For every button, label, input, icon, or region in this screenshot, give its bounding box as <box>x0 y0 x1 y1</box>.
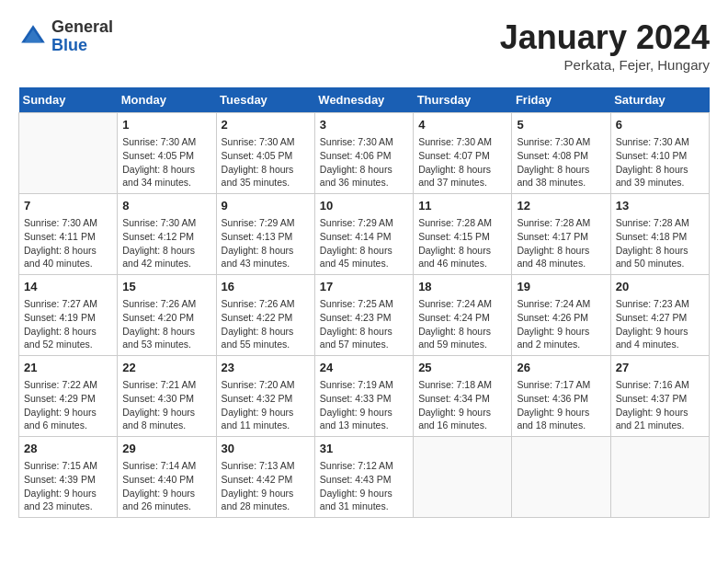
calendar-cell: 19Sunrise: 7:24 AMSunset: 4:26 PMDayligh… <box>512 275 610 356</box>
week-row-1: 1Sunrise: 7:30 AMSunset: 4:05 PMDaylight… <box>19 113 710 194</box>
cell-info: Sunrise: 7:30 AMSunset: 4:05 PMDaylight:… <box>122 135 210 190</box>
daylight-minutes-text: and 40 minutes. <box>24 257 112 270</box>
sunrise-text: Sunrise: 7:23 AM <box>616 297 704 311</box>
day-header-thursday: Thursday <box>414 87 512 113</box>
sunset-text: Sunset: 4:27 PM <box>616 311 704 325</box>
sunrise-text: Sunrise: 7:18 AM <box>418 378 506 392</box>
page-header: General Blue January 2024 Perkata, Fejer… <box>18 18 710 73</box>
daylight-minutes-text: and 18 minutes. <box>517 419 605 432</box>
sunrise-text: Sunrise: 7:28 AM <box>517 216 605 230</box>
sunset-text: Sunset: 4:23 PM <box>320 311 408 325</box>
sunset-text: Sunset: 4:33 PM <box>320 392 408 406</box>
sunrise-text: Sunrise: 7:30 AM <box>320 135 408 149</box>
daylight-text: Daylight: 8 hours <box>24 325 112 339</box>
sunset-text: Sunset: 4:13 PM <box>222 230 310 244</box>
sunrise-text: Sunrise: 7:28 AM <box>616 216 704 230</box>
calendar-cell: 6Sunrise: 7:30 AMSunset: 4:10 PMDaylight… <box>610 113 709 194</box>
daylight-minutes-text: and 35 minutes. <box>222 176 310 190</box>
daylight-text: Daylight: 8 hours <box>24 244 112 258</box>
daylight-text: Daylight: 9 hours <box>517 325 605 339</box>
sunset-text: Sunset: 4:26 PM <box>517 311 605 325</box>
cell-info: Sunrise: 7:14 AMSunset: 4:40 PMDaylight:… <box>122 459 210 513</box>
date-number: 22 <box>122 360 210 376</box>
sunset-text: Sunset: 4:42 PM <box>222 473 310 487</box>
calendar-cell: 1Sunrise: 7:30 AMSunset: 4:05 PMDaylight… <box>118 113 216 194</box>
sunset-text: Sunset: 4:22 PM <box>222 311 310 325</box>
day-header-saturday: Saturday <box>610 87 709 113</box>
sunrise-text: Sunrise: 7:30 AM <box>122 216 210 230</box>
sunrise-text: Sunrise: 7:30 AM <box>418 135 506 149</box>
sunset-text: Sunset: 4:12 PM <box>122 230 210 244</box>
sunset-text: Sunset: 4:19 PM <box>24 311 112 325</box>
cell-info: Sunrise: 7:18 AMSunset: 4:34 PMDaylight:… <box>418 378 506 432</box>
date-number: 28 <box>24 441 112 457</box>
calendar-cell: 18Sunrise: 7:24 AMSunset: 4:24 PMDayligh… <box>414 275 512 356</box>
date-number: 12 <box>517 198 605 214</box>
daylight-minutes-text: and 36 minutes. <box>320 176 408 190</box>
sunrise-text: Sunrise: 7:28 AM <box>418 216 506 230</box>
calendar-cell: 21Sunrise: 7:22 AMSunset: 4:29 PMDayligh… <box>19 356 118 437</box>
date-number: 6 <box>616 117 704 133</box>
daylight-text: Daylight: 8 hours <box>320 325 408 339</box>
calendar-cell: 5Sunrise: 7:30 AMSunset: 4:08 PMDaylight… <box>512 113 610 194</box>
date-number: 5 <box>517 117 605 133</box>
calendar-cell <box>19 113 118 194</box>
date-number: 31 <box>320 441 408 457</box>
date-number: 3 <box>320 117 408 133</box>
sunset-text: Sunset: 4:11 PM <box>24 230 112 244</box>
cell-info: Sunrise: 7:17 AMSunset: 4:36 PMDaylight:… <box>517 378 605 432</box>
week-row-4: 21Sunrise: 7:22 AMSunset: 4:29 PMDayligh… <box>19 356 710 437</box>
date-number: 9 <box>222 198 310 214</box>
date-number: 24 <box>320 360 408 376</box>
week-row-5: 28Sunrise: 7:15 AMSunset: 4:39 PMDayligh… <box>19 437 710 518</box>
daylight-minutes-text: and 39 minutes. <box>616 176 704 190</box>
sunrise-text: Sunrise: 7:19 AM <box>320 378 408 392</box>
date-number: 10 <box>320 198 408 214</box>
daylight-text: Daylight: 8 hours <box>517 244 605 258</box>
title-block: January 2024 Perkata, Fejer, Hungary <box>500 18 710 73</box>
month-title: January 2024 <box>500 18 710 57</box>
daylight-minutes-text: and 4 minutes. <box>616 338 704 351</box>
daylight-minutes-text: and 43 minutes. <box>222 257 310 270</box>
sunset-text: Sunset: 4:05 PM <box>122 149 210 163</box>
calendar-cell: 24Sunrise: 7:19 AMSunset: 4:33 PMDayligh… <box>314 356 413 437</box>
sunset-text: Sunset: 4:14 PM <box>320 230 408 244</box>
calendar-cell: 31Sunrise: 7:12 AMSunset: 4:43 PMDayligh… <box>314 437 413 518</box>
daylight-minutes-text: and 21 minutes. <box>616 419 704 432</box>
day-header-wednesday: Wednesday <box>314 87 413 113</box>
date-number: 8 <box>122 198 210 214</box>
calendar-table: SundayMondayTuesdayWednesdayThursdayFrid… <box>18 87 710 518</box>
daylight-minutes-text: and 31 minutes. <box>320 500 408 513</box>
location-text: Perkata, Fejer, Hungary <box>500 57 710 73</box>
date-number: 29 <box>122 441 210 457</box>
sunset-text: Sunset: 4:05 PM <box>222 149 310 163</box>
calendar-cell: 8Sunrise: 7:30 AMSunset: 4:12 PMDaylight… <box>118 194 216 275</box>
daylight-text: Daylight: 8 hours <box>320 244 408 258</box>
day-header-friday: Friday <box>512 87 610 113</box>
date-number: 25 <box>418 360 506 376</box>
date-number: 19 <box>517 279 605 295</box>
daylight-text: Daylight: 8 hours <box>222 325 310 339</box>
cell-info: Sunrise: 7:30 AMSunset: 4:07 PMDaylight:… <box>418 135 506 190</box>
week-row-3: 14Sunrise: 7:27 AMSunset: 4:19 PMDayligh… <box>19 275 710 356</box>
sunset-text: Sunset: 4:07 PM <box>418 149 506 163</box>
calendar-cell: 23Sunrise: 7:20 AMSunset: 4:32 PMDayligh… <box>216 356 314 437</box>
logo-blue-text: Blue <box>51 37 113 55</box>
cell-info: Sunrise: 7:23 AMSunset: 4:27 PMDaylight:… <box>616 297 704 351</box>
sunset-text: Sunset: 4:30 PM <box>122 392 210 406</box>
daylight-text: Daylight: 9 hours <box>24 487 112 500</box>
daylight-text: Daylight: 8 hours <box>418 244 506 258</box>
cell-info: Sunrise: 7:28 AMSunset: 4:18 PMDaylight:… <box>616 216 704 270</box>
cell-info: Sunrise: 7:30 AMSunset: 4:11 PMDaylight:… <box>24 216 112 270</box>
date-number: 20 <box>616 279 704 295</box>
daylight-text: Daylight: 9 hours <box>122 406 210 419</box>
sunrise-text: Sunrise: 7:30 AM <box>517 135 605 149</box>
daylight-text: Daylight: 9 hours <box>222 406 310 419</box>
daylight-minutes-text: and 28 minutes. <box>222 500 310 513</box>
daylight-minutes-text: and 37 minutes. <box>418 176 506 190</box>
date-number: 2 <box>222 117 310 133</box>
daylight-minutes-text: and 53 minutes. <box>122 338 210 351</box>
daylight-text: Daylight: 8 hours <box>222 163 310 177</box>
cell-info: Sunrise: 7:30 AMSunset: 4:05 PMDaylight:… <box>222 135 310 190</box>
cell-info: Sunrise: 7:26 AMSunset: 4:20 PMDaylight:… <box>122 297 210 351</box>
